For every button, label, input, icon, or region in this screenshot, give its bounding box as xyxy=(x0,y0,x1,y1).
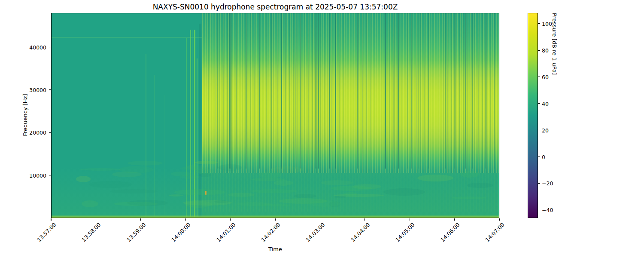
dropout-line xyxy=(275,13,276,169)
dropout-line xyxy=(357,13,358,169)
dropout-line xyxy=(407,13,408,169)
dropout-line xyxy=(259,13,260,169)
dropout-line xyxy=(350,13,351,169)
x-tick-label: 14:02:00 xyxy=(260,221,281,243)
x-tick-label: 14:00:00 xyxy=(170,221,191,243)
x-tick xyxy=(51,218,51,221)
y-axis-label: Frequency [Hz] xyxy=(22,81,28,150)
x-tick-label: 14:06:00 xyxy=(439,221,461,243)
x-tick xyxy=(140,218,141,221)
dropout-line xyxy=(454,13,455,169)
dropout-line xyxy=(398,13,399,169)
chart-title: NAXYS-SN0010 hydrophone spectrogram at 2… xyxy=(51,3,499,11)
dropout-line xyxy=(411,13,412,169)
texture-blob xyxy=(128,161,163,166)
dropout-line xyxy=(418,13,419,169)
loud-fine-stripes-dark xyxy=(202,13,499,173)
x-tick-label: 13:57:00 xyxy=(36,221,57,243)
y-tick xyxy=(49,175,51,175)
dropout-line xyxy=(445,13,446,169)
dropout-line xyxy=(281,13,283,169)
dropout-line xyxy=(246,13,247,169)
colorbar-tick xyxy=(538,183,540,184)
x-tick xyxy=(365,218,365,221)
y-tick xyxy=(49,132,51,133)
x-tick xyxy=(96,218,96,221)
x-tick xyxy=(410,218,410,221)
x-tick xyxy=(499,218,499,221)
x-tick xyxy=(454,218,455,221)
bottom-edge-band xyxy=(52,215,499,218)
x-tick-label: 14:03:00 xyxy=(305,221,326,243)
colorbar-tick-label: 20 xyxy=(542,127,549,133)
colorbar-tick xyxy=(538,157,540,157)
dropout-line xyxy=(217,13,218,169)
y-tick xyxy=(49,89,51,90)
colorbar xyxy=(528,13,538,218)
x-tick-label: 14:04:00 xyxy=(349,221,371,243)
x-tick xyxy=(185,218,186,221)
colorbar-tick-label: 0 xyxy=(542,154,545,160)
dropout-line xyxy=(394,13,395,169)
dropout-line xyxy=(236,13,237,169)
colorbar-tick-label: 40 xyxy=(542,100,549,107)
dropout-line xyxy=(315,13,316,169)
dropout-line xyxy=(295,13,296,169)
colorbar-tick xyxy=(538,130,540,130)
faint-tonal-line xyxy=(52,37,202,38)
colorbar-tick xyxy=(538,103,540,104)
dropout-line xyxy=(271,13,272,169)
colorbar-tick xyxy=(538,23,540,24)
colorbar-tick-label: 60 xyxy=(542,74,549,80)
y-tick-label: 10000 xyxy=(21,172,46,178)
dropout-line xyxy=(472,13,473,169)
x-tick-label: 14:01:00 xyxy=(215,221,237,243)
dropout-line xyxy=(498,13,499,169)
colorbar-tick xyxy=(538,77,540,77)
dropout-line xyxy=(369,13,370,169)
y-tick xyxy=(49,47,51,47)
x-tick-label: 13:59:00 xyxy=(125,221,147,243)
dropout-line xyxy=(494,13,495,169)
x-tick-label: 13:58:00 xyxy=(81,221,102,243)
x-tick xyxy=(230,218,231,221)
x-tick-label: 14:05:00 xyxy=(394,221,416,243)
colorbar-tick xyxy=(538,210,540,210)
colorbar-tick xyxy=(538,50,540,50)
x-tick xyxy=(320,218,320,221)
x-axis-label: Time xyxy=(51,246,499,252)
y-tick-label: 40000 xyxy=(21,44,46,50)
dropout-line xyxy=(269,13,270,169)
plot-area xyxy=(51,13,499,218)
dropout-line xyxy=(428,13,429,169)
x-tick-label: 14:07:00 xyxy=(484,221,505,243)
colorbar-tick-label: 100 xyxy=(542,20,552,27)
dropout-line xyxy=(318,13,319,169)
dropout-line xyxy=(229,13,231,169)
spectrogram-figure: NAXYS-SN0010 hydrophone spectrogram at 2… xyxy=(0,0,644,258)
dropout-line xyxy=(385,13,386,169)
x-tick xyxy=(275,218,275,221)
texture-blob xyxy=(195,161,218,164)
colorbar-tick-label: 80 xyxy=(542,47,549,53)
dropout-line xyxy=(335,13,336,169)
dropout-line xyxy=(300,13,301,169)
dropout-line xyxy=(465,13,467,169)
colorbar-label: Pressure [dB re 1 uPa] xyxy=(551,13,558,218)
low-frequency-wash xyxy=(52,166,499,218)
transient-chirp-mark xyxy=(205,191,207,195)
dropout-line xyxy=(485,13,486,169)
dropout-line xyxy=(329,13,331,169)
